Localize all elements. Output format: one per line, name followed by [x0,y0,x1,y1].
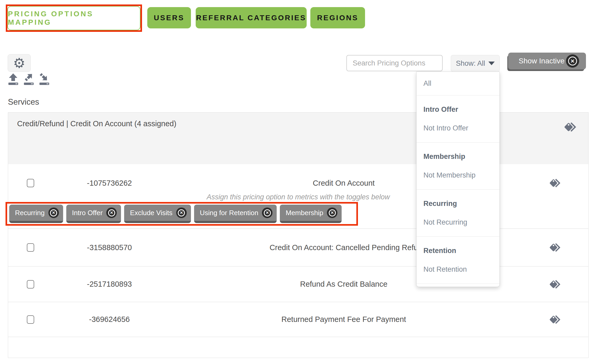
row-checkbox[interactable] [27,243,34,252]
tab-referral-categories[interactable]: REFERRAL CATEGORIES [196,7,307,28]
tags-icon[interactable] [548,279,561,290]
table-row: -369624656 Returned Payment Fee For Paym… [8,302,588,337]
menu-group: Retention Not Retention [417,236,499,284]
annotation-highlight-active-tab: PRICING OPTIONS MAPPING [6,4,142,32]
menu-item-not-retention[interactable]: Not Retention [417,260,499,279]
page-title: Services [8,97,39,107]
row-name: Refund As Credit Balance [300,280,387,289]
assign-hint-text: Assign this pricing option to metrics wi… [8,192,588,202]
toggle-label: Membership [286,209,323,217]
row-name: Credit On Account [313,179,375,188]
annotation-highlight-toggles: Recurring ✕ Intro Offer ✕ Exclude Visits… [6,202,358,226]
toggle-membership[interactable]: Membership ✕ [280,205,342,223]
row-id: -369624656 [89,315,130,324]
menu-item-not-recurring[interactable]: Not Recurring [417,213,499,232]
tab-regions[interactable]: REGIONS [310,7,365,28]
menu-item-not-membership[interactable]: Not Membership [417,166,499,185]
remove-toggle-icon[interactable]: ✕ [48,208,59,218]
import-export-toolbar [7,73,51,85]
remove-toggle-icon[interactable]: ✕ [327,208,337,218]
menu-group: Membership Not Membership [417,142,499,189]
tags-icon[interactable] [563,121,577,133]
show-inactive-label: Show Inactive [519,57,566,65]
menu-group: Recurring Not Recurring [417,189,499,236]
toggle-using-for-retention[interactable]: Using for Retention ✕ [194,205,277,223]
search-input[interactable] [346,55,443,71]
show-filter-button[interactable]: Show: All [451,55,500,72]
toggle-recurring[interactable]: Recurring ✕ [9,205,63,223]
toggle-label: Recurring [15,209,45,217]
gear-icon: ⚙ [13,56,26,70]
tab-pricing-options-mapping[interactable]: PRICING OPTIONS MAPPING [7,6,140,30]
menu-group: All [417,72,499,95]
remove-toggle-icon[interactable]: ✕ [176,208,187,218]
show-filter-dropdown: All Intro Offer Not Intro Offer Membersh… [416,72,500,287]
menu-item-not-intro-offer[interactable]: Not Intro Offer [417,119,499,138]
row-checkbox[interactable] [27,280,34,289]
settings-button[interactable]: ⚙ [8,54,31,72]
toggle-label: Using for Retention [200,209,259,217]
import-icon[interactable] [38,73,51,85]
row-id: -2517180893 [87,280,132,289]
show-inactive-button[interactable]: Show Inactive ✕ [508,53,586,69]
table-group-header: Credit/Refund | Credit On Account (4 ass… [8,113,588,164]
row-checkbox[interactable] [27,179,34,187]
menu-footer [417,284,499,287]
menu-item-recurring[interactable]: Recurring [417,194,499,213]
menu-group: Intro Offer Not Intro Offer [417,95,499,142]
toggle-exclude-visits[interactable]: Exclude Visits ✕ [124,205,191,223]
row-id: -3158880570 [87,243,132,252]
tab-users[interactable]: USERS [147,7,191,28]
table-row: -1075736262 Credit On Account Assign thi… [8,164,588,228]
remove-toggle-icon[interactable]: ✕ [106,208,117,218]
chevron-down-icon [488,62,495,65]
toggle-label: Intro Offer [72,209,103,217]
menu-item-membership[interactable]: Membership [417,147,499,166]
menu-item-intro-offer[interactable]: Intro Offer [417,100,499,119]
table-row: -3158880570 Credit On Account: Cancelled… [8,228,588,266]
toggle-intro-offer[interactable]: Intro Offer ✕ [66,205,121,223]
menu-item-retention[interactable]: Retention [417,241,499,260]
remove-toggle-icon[interactable]: ✕ [262,208,272,218]
menu-item-all[interactable]: All [417,74,499,93]
close-circle-icon: ✕ [566,54,579,68]
group-header-text: Credit/Refund | Credit On Account (4 ass… [17,119,176,128]
upload-icon[interactable] [7,73,20,85]
tags-icon[interactable] [548,314,561,325]
show-filter-label: Show: All [456,59,485,68]
export-icon[interactable] [22,73,35,85]
row-id: -1075736262 [87,179,132,188]
table-row: -2517180893 Refund As Credit Balance [8,266,588,302]
services-table: Credit/Refund | Credit On Account (4 ass… [8,112,589,358]
tags-icon[interactable] [548,242,561,253]
tags-icon[interactable] [548,178,561,189]
toggle-label: Exclude Visits [130,209,172,217]
row-name: Credit On Account: Cancelled Pending Ref… [270,243,418,252]
row-name: Returned Payment Fee For Payment [281,315,406,324]
row-checkbox[interactable] [27,315,34,324]
